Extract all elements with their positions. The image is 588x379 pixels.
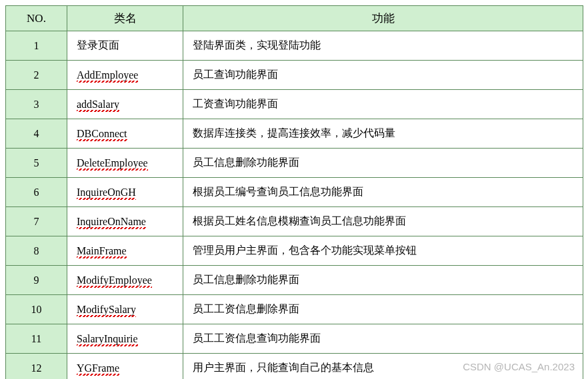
function-text: 员工查询功能界面 (193, 68, 278, 82)
class-name-text: MainFrame (77, 244, 127, 257)
function-text: 员工工资信息查询功能界面 (193, 332, 321, 346)
row-function: 根据员工姓名信息模糊查询员工信息功能界面 (183, 207, 583, 236)
function-text: 员工信息删除功能界面 (193, 273, 299, 287)
row-function: 用户主界面，只能查询自己的基本信息 (183, 354, 583, 380)
row-function: 工资查询功能界面 (183, 90, 583, 119)
table-row: 2AddEmployee员工查询功能界面 (6, 61, 583, 90)
table-row: 8MainFrame管理员用户主界面，包含各个功能实现菜单按钮 (6, 236, 583, 266)
row-class-name: addSalary (67, 90, 183, 119)
row-class-name: InquireOnName (67, 207, 183, 236)
row-no: 3 (6, 90, 67, 119)
class-name-text: 登录页面 (77, 39, 119, 53)
row-class-name: ModifySalary (67, 295, 183, 324)
col-func-header: 功能 (183, 6, 583, 31)
table-row: 11SalaryInquirie员工工资信息查询功能界面 (6, 324, 583, 354)
row-function: 员工信息删除功能界面 (183, 149, 583, 178)
row-no: 5 (6, 149, 67, 178)
row-no: 4 (6, 119, 67, 149)
function-text: 登陆界面类，实现登陆功能 (193, 39, 321, 53)
row-class-name: YGFrame (67, 354, 183, 380)
class-name-text: ModifySalary (77, 303, 136, 316)
function-text: 员工信息删除功能界面 (193, 156, 299, 170)
class-table: NO. 类名 功能 1登录页面登陆界面类，实现登陆功能2AddEmployee员… (5, 5, 583, 379)
table-row: 10ModifySalary员工工资信息删除界面 (6, 295, 583, 324)
header-row: NO. 类名 功能 (6, 6, 583, 31)
row-class-name: DeleteEmployee (67, 149, 183, 178)
row-function: 根据员工编号查询员工信息功能界面 (183, 178, 583, 207)
row-class-name: AddEmployee (67, 61, 183, 90)
table-row: 12YGFrame用户主界面，只能查询自己的基本信息 (6, 354, 583, 380)
class-name-text: DBConnect (77, 127, 127, 140)
col-no-header: NO. (6, 6, 67, 31)
row-function: 数据库连接类，提高连接效率，减少代码量 (183, 119, 583, 149)
table-row: 5DeleteEmployee员工信息删除功能界面 (6, 149, 583, 178)
row-no: 1 (6, 31, 67, 61)
class-name-text: YGFrame (77, 362, 119, 374)
table-row: 6InquireOnGH根据员工编号查询员工信息功能界面 (6, 178, 583, 207)
row-function: 管理员用户主界面，包含各个功能实现菜单按钮 (183, 236, 583, 266)
class-name-text: addSalary (77, 98, 119, 111)
row-class-name: MainFrame (67, 236, 183, 266)
class-name-text: InquireOnGH (77, 186, 136, 198)
row-class-name: SalaryInquirie (67, 324, 183, 354)
class-name-text: AddEmployee (77, 69, 138, 81)
function-text: 根据员工姓名信息模糊查询员工信息功能界面 (193, 214, 406, 228)
table-row: 3addSalary工资查询功能界面 (6, 90, 583, 119)
function-text: 数据库连接类，提高连接效率，减少代码量 (193, 127, 395, 141)
table-row: 7InquireOnName根据员工姓名信息模糊查询员工信息功能界面 (6, 207, 583, 236)
row-no: 9 (6, 266, 67, 295)
row-function: 员工信息删除功能界面 (183, 266, 583, 295)
row-class-name: 登录页面 (67, 31, 183, 61)
table-row: 1登录页面登陆界面类，实现登陆功能 (6, 31, 583, 61)
class-name-text: InquireOnName (77, 215, 146, 228)
class-name-text: SalaryInquirie (77, 332, 138, 345)
col-name-header: 类名 (67, 6, 183, 31)
row-no: 11 (6, 324, 67, 354)
class-name-text: DeleteEmployee (77, 157, 148, 169)
function-text: 用户主界面，只能查询自己的基本信息 (193, 361, 374, 375)
function-text: 工资查询功能界面 (193, 97, 278, 111)
table-row: 4DBConnect数据库连接类，提高连接效率，减少代码量 (6, 119, 583, 149)
function-text: 员工工资信息删除界面 (193, 302, 299, 316)
row-class-name: DBConnect (67, 119, 183, 149)
row-no: 10 (6, 295, 67, 324)
row-no: 2 (6, 61, 67, 90)
row-no: 7 (6, 207, 67, 236)
row-function: 员工工资信息删除界面 (183, 295, 583, 324)
class-name-text: ModifyEmployee (77, 274, 152, 286)
row-no: 6 (6, 178, 67, 207)
function-text: 管理员用户主界面，包含各个功能实现菜单按钮 (193, 244, 417, 258)
row-function: 登陆界面类，实现登陆功能 (183, 31, 583, 61)
table-row: 9ModifyEmployee员工信息删除功能界面 (6, 266, 583, 295)
function-text: 根据员工编号查询员工信息功能界面 (193, 185, 363, 199)
row-function: 员工查询功能界面 (183, 61, 583, 90)
row-no: 12 (6, 354, 67, 380)
row-function: 员工工资信息查询功能界面 (183, 324, 583, 354)
row-no: 8 (6, 236, 67, 266)
row-class-name: ModifyEmployee (67, 266, 183, 295)
row-class-name: InquireOnGH (67, 178, 183, 207)
